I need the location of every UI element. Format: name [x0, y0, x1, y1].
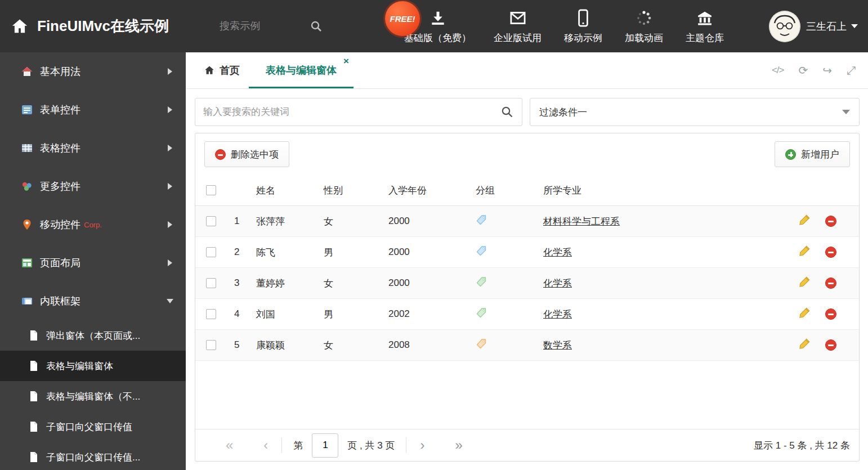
sidebar-item-label: 内联框架	[40, 294, 80, 308]
row-checkbox[interactable]	[206, 247, 216, 257]
share-icon[interactable]: ↪	[822, 64, 832, 77]
delete-icon[interactable]	[825, 339, 836, 351]
delete-selected-button[interactable]: 删除选中项	[204, 141, 289, 167]
major-link[interactable]: 数学系	[543, 340, 572, 351]
cell-name: 陈飞	[252, 246, 319, 259]
iframe-icon	[21, 296, 33, 307]
first-page-button[interactable]: «	[220, 438, 239, 452]
chevron-right-icon	[168, 68, 172, 75]
select-all-checkbox[interactable]	[206, 185, 216, 195]
theme-store-icon	[696, 8, 713, 28]
major-link[interactable]: 材料科学与工程系	[543, 216, 620, 227]
major-link[interactable]: 化学系	[543, 309, 572, 320]
tag-icon	[471, 245, 487, 257]
header-search-input[interactable]	[220, 20, 310, 32]
sidebar-subitem-popup-window[interactable]: 弹出窗体（本页面或...	[0, 320, 186, 351]
sidebar-subitem-child-to-parent[interactable]: 子窗口向父窗口传值	[0, 411, 186, 442]
chevron-right-icon	[168, 106, 172, 113]
major-link[interactable]: 化学系	[543, 247, 572, 258]
search-icon[interactable]	[500, 105, 514, 119]
prev-page-button[interactable]: ‹	[258, 438, 274, 452]
view-source-icon[interactable]: </>	[772, 65, 784, 76]
next-page-button[interactable]: ›	[414, 438, 430, 452]
major-link[interactable]: 化学系	[543, 278, 572, 289]
pagination-bar: « ‹ 第 页 , 共 3 页 › » 显示 1 - 5 条 , 共 12 条	[195, 429, 859, 461]
sidebar-item-mobile-controls[interactable]: 移动控件 Corp.	[0, 205, 186, 244]
cell-gender: 男	[319, 246, 384, 259]
sidebar-item-label: 页面布局	[40, 256, 80, 270]
nav-loading-animation[interactable]: 加载动画	[614, 8, 674, 44]
sidebar-item-basic-usage[interactable]: 基本用法	[0, 52, 186, 91]
sidebar-item-label: 移动控件	[40, 218, 80, 231]
cell-gender: 女	[319, 339, 384, 352]
tag-icon	[471, 338, 487, 350]
sidebar-item-label: 更多控件	[40, 180, 80, 193]
nav-enterprise-trial[interactable]: 企业版试用	[482, 8, 553, 44]
row-number: 4	[226, 308, 252, 320]
chevron-right-icon	[168, 259, 172, 266]
row-checkbox[interactable]	[206, 216, 216, 226]
sidebar-subitem-grid-edit-window-2[interactable]: 表格与编辑窗体（不...	[0, 381, 186, 411]
keyword-searchbox	[195, 98, 522, 126]
page-layout-icon	[21, 257, 33, 268]
edit-icon[interactable]	[799, 276, 811, 290]
sidebar-item-page-layout[interactable]: 页面布局	[0, 244, 186, 282]
file-icon	[29, 421, 38, 432]
delete-icon[interactable]	[825, 308, 836, 320]
delete-icon[interactable]	[825, 216, 836, 227]
tab-grid-edit-window[interactable]: 表格与编辑窗体 ×	[249, 52, 354, 88]
col-name: 姓名	[252, 184, 319, 197]
pager-divider	[406, 437, 406, 453]
row-number: 3	[226, 277, 252, 289]
edit-icon[interactable]	[799, 214, 811, 229]
avatar	[769, 11, 800, 42]
col-year: 入学年份	[384, 184, 471, 197]
sidebar-item-label: 基本用法	[40, 65, 80, 78]
filter-dropdown[interactable]: 过滤条件一	[530, 98, 860, 126]
chevron-down-icon	[851, 24, 858, 28]
row-checkbox[interactable]	[206, 278, 216, 288]
row-checkbox[interactable]	[206, 340, 216, 350]
keyword-search-input[interactable]	[203, 106, 500, 118]
sidebar-item-grid-controls[interactable]: 表格控件	[0, 129, 186, 167]
row-checkbox[interactable]	[206, 309, 216, 319]
main-area: 首页 表格与编辑窗体 × </> ⟳ ↪ ⤢ 过滤条件一	[186, 52, 868, 470]
file-icon	[29, 391, 38, 402]
expand-icon[interactable]: ⤢	[847, 64, 856, 77]
nav-label: 企业版试用	[494, 32, 542, 44]
cell-name: 刘国	[252, 308, 319, 321]
last-page-button[interactable]: »	[449, 438, 468, 452]
header-search	[220, 20, 349, 33]
close-icon[interactable]: ×	[343, 56, 349, 66]
page-number-input[interactable]	[312, 433, 338, 458]
nav-mobile-demo[interactable]: 移动示例	[553, 8, 614, 44]
table-empty-space	[195, 361, 859, 429]
search-icon[interactable]	[310, 20, 323, 33]
sidebar-item-more-controls[interactable]: 更多控件	[0, 167, 186, 205]
sidebar-subitem-child-to-parent-2[interactable]: 子窗口向父窗口传值...	[0, 442, 186, 470]
delete-icon[interactable]	[825, 277, 836, 289]
tab-home[interactable]: 首页	[195, 52, 249, 88]
sidebar-subitem-label: 表格与编辑窗体	[46, 360, 113, 373]
delete-icon[interactable]	[825, 247, 836, 258]
tab-label: 首页	[220, 64, 240, 77]
sidebar-subitem-grid-edit-window[interactable]: 表格与编辑窗体	[0, 351, 186, 381]
page-suffix: 页 , 共 3 页	[347, 439, 395, 452]
refresh-icon[interactable]: ⟳	[798, 64, 808, 77]
sidebar-subitem-label: 表格与编辑窗体（不...	[46, 390, 140, 403]
button-label: 新增用户	[801, 148, 839, 161]
file-icon	[29, 360, 38, 371]
edit-icon[interactable]	[799, 307, 811, 321]
home-icon	[10, 18, 29, 35]
sidebar-subitem-label: 弹出窗体（本页面或...	[46, 329, 140, 342]
sidebar-item-form-controls[interactable]: 表单控件	[0, 91, 186, 129]
add-user-button[interactable]: 新增用户	[775, 141, 850, 167]
user-menu[interactable]: 三生石上	[769, 11, 858, 42]
filter-dropdown-value: 过滤条件一	[539, 106, 587, 119]
edit-icon[interactable]	[799, 245, 811, 259]
sidebar-item-iframe[interactable]: 内联框架	[0, 282, 186, 320]
cell-gender: 男	[319, 308, 384, 321]
nav-theme-store[interactable]: 主题仓库	[674, 8, 735, 44]
edit-icon[interactable]	[799, 338, 811, 352]
header-nav: 基础版（免费） 企业版试用 移动示例 加载动画	[393, 8, 735, 44]
